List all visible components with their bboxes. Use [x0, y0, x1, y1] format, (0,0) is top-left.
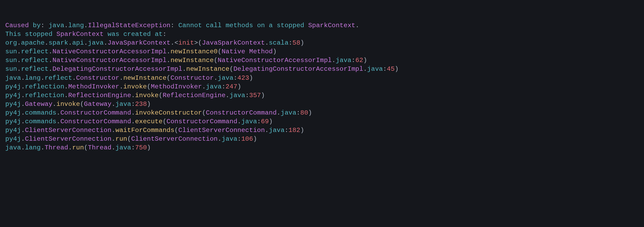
- frame-method: execute: [135, 118, 163, 125]
- dot: .: [17, 57, 21, 64]
- frame-line-number: 69: [261, 118, 269, 125]
- frame-file: MethodInvoker: [151, 83, 202, 90]
- exception-class: IllegalStateException: [88, 22, 171, 29]
- frame-ext: java: [222, 135, 238, 143]
- dot: .: [21, 101, 25, 108]
- message-word: call: [206, 22, 222, 29]
- dot: .: [64, 83, 68, 90]
- dot: .: [21, 74, 25, 82]
- dot: .: [84, 22, 88, 29]
- frame-file: Constructor: [171, 74, 214, 82]
- frame-method: invoke: [56, 101, 80, 108]
- frame-file: ConstructorCommand: [206, 109, 277, 116]
- frame-ext: java: [230, 92, 245, 99]
- stack-frame: sun.reflect.NativeConstructorAccessorImp…: [5, 47, 639, 56]
- frame-class: NativeConstructorAccessorImpl: [53, 48, 167, 55]
- dot: .: [21, 127, 25, 134]
- package-segment: commands: [25, 118, 56, 125]
- dot: .: [21, 135, 25, 143]
- message-class: SparkContext: [56, 31, 104, 38]
- stack-frame: py4j.commands.ConstructorCommand.invokeC…: [5, 108, 639, 117]
- frame-class: ConstructorCommand: [60, 118, 131, 125]
- message-word: stopped: [277, 22, 304, 29]
- frame-method: invoke: [135, 92, 159, 99]
- dot: .: [56, 118, 60, 125]
- frame-method: waitForCommands: [115, 127, 174, 134]
- package-segment: api: [72, 39, 84, 46]
- message-word: methods: [226, 22, 253, 29]
- package-segment: py4j: [5, 118, 21, 125]
- dot: .: [21, 118, 25, 125]
- package-segment: reflection: [25, 92, 64, 99]
- dot: .: [41, 74, 45, 82]
- dot: .: [56, 109, 60, 116]
- frame-file: ClientServerConnection: [178, 127, 265, 134]
- frame-file: ReflectionEngine: [163, 92, 225, 99]
- package-segment: java: [5, 144, 21, 151]
- package-segment: sun: [5, 48, 17, 55]
- frame-line-number: 106: [241, 135, 253, 143]
- frame-method: invokeConstructor: [135, 109, 202, 116]
- frame-line-number: 62: [355, 57, 363, 64]
- package-segment: py4j: [5, 83, 21, 90]
- stack-frame: py4j.ClientServerConnection.waitForComma…: [5, 126, 639, 135]
- frame-method: newInstance: [186, 65, 230, 73]
- stack-frame: py4j.reflection.ReflectionEngine.invoke(…: [5, 91, 639, 100]
- package-segment: spark: [49, 39, 68, 46]
- package-segment: reflect: [21, 57, 49, 64]
- frame-class: MethodInvoker: [68, 83, 119, 90]
- frame-line-number: 357: [249, 92, 261, 99]
- stack-frame: org.apache.spark.api.java.JavaSparkConte…: [5, 39, 639, 47]
- package-segment: lang: [25, 144, 41, 151]
- frame-class: NativeConstructorAccessorImpl: [53, 57, 167, 64]
- dot: .: [17, 39, 21, 46]
- frame-ext: java: [281, 109, 296, 116]
- frame-file: Gateway: [84, 101, 111, 108]
- frame-ext: scala: [269, 39, 289, 46]
- frame-method: newInstance: [123, 74, 167, 82]
- stack-frame: sun.reflect.DelegatingConstructorAccesso…: [5, 65, 639, 73]
- frame-class: Constructor: [76, 74, 119, 82]
- message-word: a: [269, 22, 273, 29]
- frame-class: ReflectionEngine: [68, 92, 131, 99]
- frame-file: ClientServerConnection: [131, 135, 218, 143]
- frame-class: JavaSparkContext: [108, 39, 171, 46]
- frame-file: JavaSparkContext: [202, 39, 265, 46]
- message-word: on: [257, 22, 265, 29]
- frame-method: newInstance: [171, 57, 214, 64]
- native-word: Method: [249, 48, 273, 55]
- stack-frame: py4j.Gateway.invoke(Gateway.java:238): [5, 100, 639, 108]
- frame-class: DelegatingConstructorAccessorImpl: [53, 65, 182, 73]
- package-segment: py4j: [5, 92, 21, 99]
- frame-line-number: 247: [226, 83, 238, 90]
- exception-subheader-line: This stopped SparkContext was created at…: [5, 30, 639, 39]
- package-segment: sun: [5, 65, 17, 73]
- frame-file: NativeConstructorAccessorImpl: [218, 57, 332, 64]
- frame-method: run: [115, 135, 127, 143]
- exception-header-line: Caused by: java.lang.IllegalStateExcepti…: [5, 21, 639, 30]
- stack-frame: java.lang.reflect.Constructor.newInstanc…: [5, 74, 639, 82]
- frame-line-number: 238: [135, 101, 147, 108]
- frame-ext: java: [269, 127, 285, 134]
- package-segment: reflect: [21, 65, 49, 73]
- dot: .: [72, 74, 76, 82]
- package-segment: java: [49, 22, 64, 29]
- stack-frame: py4j.ClientServerConnection.run(ClientSe…: [5, 135, 639, 143]
- stack-frame: java.lang.Thread.run(Thread.java:750): [5, 143, 639, 152]
- by-word: by: [33, 22, 41, 29]
- message-word: stopped: [25, 31, 53, 38]
- stack-frame: py4j.reflection.MethodInvoker.invoke(Met…: [5, 82, 639, 91]
- frame-class: Gateway: [25, 101, 53, 108]
- dot: .: [68, 39, 72, 46]
- frame-class: ClientServerConnection: [25, 135, 112, 143]
- frame-file: ConstructorCommand: [167, 118, 237, 125]
- dot: .: [49, 48, 53, 55]
- package-segment: commands: [25, 109, 56, 116]
- package-segment: org: [5, 39, 17, 46]
- frame-ext: java: [115, 144, 131, 151]
- frame-line-number: 45: [387, 65, 395, 73]
- frame-ext: java: [336, 57, 352, 64]
- frame-ext: java: [241, 118, 257, 125]
- frame-class: ConstructorCommand: [60, 109, 131, 116]
- message-word: at: [155, 31, 163, 38]
